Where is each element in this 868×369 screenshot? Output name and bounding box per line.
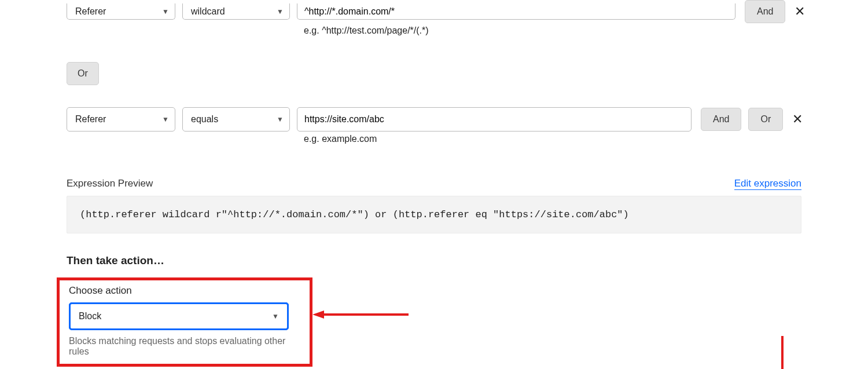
field-select-2-value: Referer — [75, 114, 106, 125]
action-heading: Then take action… — [67, 254, 856, 267]
svg-marker-1 — [312, 310, 324, 319]
action-select[interactable]: Block ▼ — [69, 302, 289, 330]
expression-preview-label: Expression Preview — [67, 178, 153, 189]
or-button[interactable]: Or — [67, 62, 99, 85]
caret-down-icon: ▼ — [162, 8, 169, 16]
action-description: Blocks matching requests and stops evalu… — [69, 336, 303, 357]
remove-rule-2-icon[interactable]: ✕ — [790, 109, 805, 129]
edit-expression-link[interactable]: Edit expression — [734, 178, 801, 190]
remove-rule-1-icon[interactable]: ✕ — [792, 2, 807, 21]
operator-select-1[interactable]: wildcard ▼ — [182, 3, 290, 20]
rule-row-2: Referer ▼ equals ▼ And Or ✕ — [67, 107, 856, 131]
operator-select-2[interactable]: equals ▼ — [182, 107, 290, 131]
caret-down-icon: ▼ — [277, 8, 284, 16]
choose-action-label: Choose action — [69, 285, 303, 297]
operator-select-1-value: wildcard — [191, 6, 225, 17]
expression-preview-header: Expression Preview Edit expression — [67, 178, 801, 190]
rule-row-1: Referer ▼ wildcard ▼ And ✕ — [67, 0, 856, 23]
value-input-1[interactable] — [297, 3, 735, 20]
expression-preview-code: (http.referer wildcard r"^http://*.domai… — [67, 196, 801, 233]
action-highlight-box: Choose action Block ▼ Blocks matching re… — [57, 277, 312, 367]
field-select-2[interactable]: Referer ▼ — [67, 107, 175, 131]
and-button-2[interactable]: And — [701, 108, 741, 131]
field-select-1[interactable]: Referer ▼ — [67, 3, 175, 20]
value-input-2[interactable] — [297, 107, 692, 131]
arrow-down-icon — [777, 335, 788, 369]
caret-down-icon: ▼ — [277, 115, 284, 123]
operator-select-2-value: equals — [191, 114, 218, 125]
and-button-1[interactable]: And — [745, 0, 785, 23]
arrow-left-icon — [311, 309, 410, 320]
value-hint-2: e.g. example.com — [304, 134, 856, 144]
action-select-value: Block — [79, 311, 101, 321]
caret-down-icon: ▼ — [272, 312, 279, 320]
value-hint-1: e.g. ^http://test.com/page/*/(.*) — [304, 25, 856, 36]
or-button-2[interactable]: Or — [748, 108, 783, 131]
caret-down-icon: ▼ — [162, 115, 169, 123]
field-select-1-value: Referer — [75, 6, 106, 17]
